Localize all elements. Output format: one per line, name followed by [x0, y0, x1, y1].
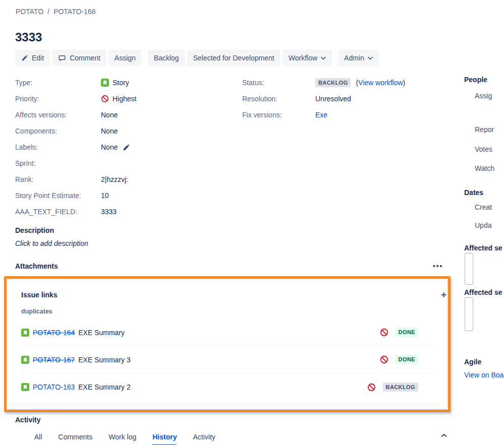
field-row-status: Status: BACKLOG (View workflow)	[242, 75, 405, 91]
field-label: Resolution:	[242, 95, 315, 103]
issue-links-highlight-box: Issue links + duplicates POTATO-164 EXE …	[4, 276, 451, 412]
field-label: Story Point Estimate:	[15, 192, 101, 200]
pencil-icon	[21, 54, 28, 61]
field-label: Labels:	[15, 143, 101, 151]
updated-label: Upda	[475, 221, 491, 229]
priority-highest-icon	[101, 95, 109, 103]
agile-heading: Agile	[464, 358, 481, 366]
view-workflow-link[interactable]: View workflow	[358, 79, 403, 87]
affected-services-select[interactable]	[465, 297, 473, 331]
comment-button[interactable]: Comment	[52, 50, 106, 66]
issue-key-link[interactable]: POTATO-163	[33, 383, 75, 391]
issue-key-link[interactable]: POTATO-167	[33, 356, 75, 364]
tab-all[interactable]: All	[34, 433, 42, 444]
issue-status-badge: DONE	[396, 355, 418, 364]
field-row-aaa-text-field: AAA_TEXT_FIELD: 3333	[15, 204, 449, 220]
selected-for-development-button[interactable]: Selected for Development	[187, 50, 281, 66]
field-row-fix-versions: Fix versions: Exe	[242, 107, 405, 123]
tab-work-log[interactable]: Work log	[108, 433, 136, 444]
toolbar: Edit Comment Assign Backlog Selected for…	[15, 50, 381, 66]
field-value: None	[101, 127, 118, 135]
field-label: Type:	[15, 79, 101, 87]
issue-summary: EXE Summary	[78, 329, 125, 337]
tab-history[interactable]: History	[152, 433, 177, 445]
field-label: Priority:	[15, 95, 101, 103]
field-value: 3333	[101, 208, 117, 216]
attachments-section: Attachments •••	[15, 262, 443, 270]
issue-link-row: POTATO-167 EXE Summary 3 DONE	[21, 346, 433, 373]
issue-key-link[interactable]: POTATO-164	[33, 329, 75, 337]
issue-links-heading: Issue links	[21, 291, 58, 299]
tab-comments[interactable]: Comments	[59, 433, 93, 444]
field-value: 10	[101, 192, 109, 200]
details-panel: Type: Story Priority: Highest	[15, 75, 449, 220]
breadcrumb-separator: /	[47, 8, 49, 16]
collapse-chevron-up-icon[interactable]	[441, 433, 447, 437]
breadcrumb-project-link[interactable]: POTATO	[16, 8, 43, 16]
story-icon	[21, 329, 29, 337]
issue-links-panel: Issue links + duplicates POTATO-164 EXE …	[7, 279, 448, 410]
backlog-button[interactable]: Backlog	[148, 50, 185, 66]
edit-button[interactable]: Edit	[15, 50, 50, 66]
issue-link-rows: POTATO-164 EXE Summary DONE	[21, 319, 433, 401]
created-label: Creat	[475, 203, 492, 211]
priority-highest-icon	[380, 355, 388, 364]
view-on-board-link[interactable]: View on Boa	[464, 371, 503, 379]
page-title[interactable]: 3333	[15, 30, 42, 44]
field-row-labels: Labels: None	[15, 139, 449, 155]
workflow-button-label: Workflow	[289, 54, 317, 62]
field-label: Rank:	[15, 175, 101, 183]
backlog-button-label: Backlog	[154, 54, 179, 62]
comment-icon	[58, 54, 66, 62]
field-value: 2|hzzzvj:	[101, 175, 128, 183]
assign-button[interactable]: Assign	[108, 50, 142, 66]
jira-issue-page: POTATO / POTATO-168 3333 Edit Comment As…	[0, 0, 504, 445]
paren-close: )	[403, 79, 406, 87]
tab-activity[interactable]: Activity	[193, 433, 215, 444]
field-value: None	[101, 111, 118, 119]
selected-for-development-label: Selected for Development	[193, 54, 274, 62]
field-label: Status:	[242, 79, 315, 87]
field-row-rank: Rank: 2|hzzzvj:	[15, 171, 449, 187]
details-right-column: Status: BACKLOG (View workflow) Resoluti…	[242, 75, 405, 123]
fix-version-link[interactable]: Exe	[315, 111, 327, 119]
issue-summary: EXE Summary 2	[78, 383, 130, 391]
issue-status-badge: BACKLOG	[383, 383, 418, 392]
affected-services-heading: Affected se	[464, 244, 502, 252]
admin-dropdown-button[interactable]: Admin	[338, 50, 379, 66]
field-label: Components:	[15, 127, 101, 135]
reporter-label: Repor	[475, 125, 494, 134]
attachments-more-icon[interactable]: •••	[433, 262, 443, 270]
issue-link-row: POTATO-164 EXE Summary DONE	[21, 319, 433, 346]
issue-status-badge: DONE	[396, 328, 418, 337]
admin-button-label: Admin	[344, 54, 364, 62]
activity-tabs: All Comments Work log History Activity	[34, 433, 215, 445]
field-value: Unresolved	[315, 95, 351, 103]
assignee-label: Assig	[475, 92, 492, 100]
status-badge: BACKLOG	[315, 78, 351, 87]
activity-heading: Activity	[15, 416, 41, 424]
story-icon	[21, 383, 29, 391]
breadcrumb-issue-link[interactable]: POTATO-168	[53, 8, 95, 16]
people-heading: People	[464, 76, 487, 84]
issue-link-row: POTATO-163 EXE Summary 2 BACKLOG	[21, 373, 433, 401]
field-row-resolution: Resolution: Unresolved	[242, 91, 405, 107]
affected-services-select[interactable]	[465, 253, 473, 285]
field-row-sprint: Sprint:	[15, 155, 449, 171]
labels-edit-pencil-icon[interactable]	[123, 144, 130, 151]
watchers-label: Watch	[475, 164, 494, 172]
breadcrumb: POTATO / POTATO-168	[16, 8, 95, 16]
issue-summary: EXE Summary 3	[78, 356, 130, 364]
dates-heading: Dates	[464, 188, 483, 197]
description-placeholder[interactable]: Click to add description	[15, 239, 88, 247]
field-label: Affects versions:	[15, 111, 101, 119]
votes-label: Votes	[475, 145, 492, 153]
story-icon	[101, 79, 109, 87]
workflow-dropdown-button[interactable]: Workflow	[283, 50, 332, 66]
attachments-heading: Attachments	[15, 262, 58, 270]
field-label: Fix versions:	[242, 111, 315, 119]
field-value: None	[101, 143, 118, 151]
description-heading: Description	[15, 226, 54, 234]
priority-highest-icon	[380, 328, 388, 337]
add-issue-link-button[interactable]: +	[439, 290, 446, 299]
